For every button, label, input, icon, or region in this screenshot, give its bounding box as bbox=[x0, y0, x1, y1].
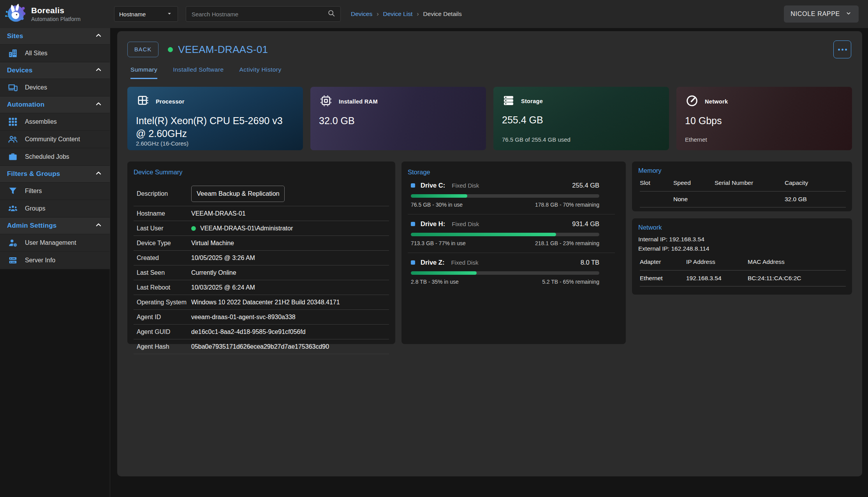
top-bar: Borealis Automation Platform Hostname De… bbox=[0, 0, 868, 28]
drive-bullet-icon bbox=[411, 260, 415, 265]
chevron-up-icon bbox=[94, 31, 103, 41]
app-root: Borealis Automation Platform Hostname De… bbox=[0, 0, 868, 497]
memory-slot bbox=[640, 196, 673, 203]
network-footer: Ethernet bbox=[685, 136, 843, 143]
memory-panel: Memory Slot Speed Serial Number Capacity… bbox=[632, 162, 852, 211]
row-value: veeam-draas-01-agent-svc-8930a338 bbox=[191, 314, 296, 321]
sidebar-item-label: Community Content bbox=[25, 136, 80, 143]
sidebar-item-label: Filters bbox=[25, 188, 42, 195]
sidebar-item-user-management[interactable]: User Management bbox=[0, 234, 110, 252]
table-row: Last Seen Currently Online bbox=[134, 265, 389, 280]
back-button[interactable]: BACK bbox=[127, 42, 158, 57]
internal-ip: Internal IP: 192.168.3.54 bbox=[638, 235, 846, 244]
drive-usage-bar bbox=[411, 194, 599, 198]
sidebar-item-assemblies[interactable]: Assemblies bbox=[0, 113, 110, 131]
column-header: Adapter bbox=[640, 258, 686, 265]
drive-row: Drive H: Fixed Disk 931.4 GB 713.3 GB - … bbox=[408, 214, 615, 253]
sidebar-section-filters-groups[interactable]: Filters & Groups bbox=[0, 166, 110, 183]
tab-summary[interactable]: Summary bbox=[130, 66, 157, 79]
brand-subtitle: Automation Platform bbox=[31, 16, 81, 22]
cpu-chip-icon bbox=[136, 94, 150, 109]
sidebar-section-automation[interactable]: Automation bbox=[0, 97, 110, 113]
sidebar-item-label: Scheduled Jobs bbox=[25, 153, 69, 160]
tab-activity-history[interactable]: Activity History bbox=[239, 66, 282, 79]
device-title: VEEAM-DRAAS-01 bbox=[178, 44, 268, 56]
row-label: Description bbox=[137, 190, 191, 197]
sidebar-item-label: Devices bbox=[25, 84, 47, 91]
table-row: Device Type Virtual Machine bbox=[134, 236, 389, 251]
row-label: Agent GUID bbox=[137, 328, 191, 335]
sidebar-section-sites[interactable]: Sites bbox=[0, 28, 110, 45]
search-icon[interactable] bbox=[327, 9, 336, 19]
card-label: Processor bbox=[156, 98, 185, 105]
row-label: Agent Hash bbox=[137, 343, 191, 350]
tab-installed-software[interactable]: Installed Software bbox=[173, 66, 224, 79]
device-details-panel: BACK VEEAM-DRAAS-01 Summary Installed So… bbox=[117, 31, 862, 476]
device-header: BACK VEEAM-DRAAS-01 bbox=[127, 40, 852, 58]
column-header: Serial Number bbox=[715, 179, 785, 186]
column-header: IP Address bbox=[686, 258, 748, 265]
online-status-dot bbox=[191, 226, 196, 231]
sidebar-item-community-content[interactable]: Community Content bbox=[0, 131, 110, 148]
drive-usage-fill bbox=[411, 194, 467, 198]
storage-panel: Storage Drive C: Fixed Disk 255.4 GB 76.… bbox=[401, 162, 626, 344]
table-row: Agent ID veeam-draas-01-agent-svc-8930a3… bbox=[134, 310, 389, 325]
online-status-dot bbox=[168, 47, 173, 52]
row-label: Operating System bbox=[137, 299, 191, 306]
row-value: 10/03/2025 @ 6:24 AM bbox=[191, 284, 255, 291]
row-value: de16c0c1-8aa2-4d18-9585-9ce91cf056fd bbox=[191, 328, 306, 335]
sidebar-item-all-sites[interactable]: All Sites bbox=[0, 45, 110, 62]
drive-usage-fill bbox=[411, 233, 556, 236]
filter-funnel-icon bbox=[8, 186, 18, 196]
drive-type: Fixed Disk bbox=[452, 221, 479, 227]
breadcrumb: Devices › Device List › Device Details bbox=[351, 11, 462, 18]
row-label: Hostname bbox=[137, 210, 191, 217]
sidebar-item-label: Groups bbox=[25, 205, 45, 212]
row-label: Last Seen bbox=[137, 269, 191, 276]
sidebar-item-devices[interactable]: Devices bbox=[0, 79, 110, 97]
column-header: Slot bbox=[640, 179, 673, 186]
brand-name: Borealis bbox=[31, 6, 81, 15]
sidebar-section-devices[interactable]: Devices bbox=[0, 62, 110, 79]
ram-value: 32.0 GB bbox=[319, 114, 477, 127]
sidebar-item-scheduled-jobs[interactable]: Scheduled Jobs bbox=[0, 148, 110, 166]
drive-used-text: 2.8 TB - 35% in use bbox=[411, 279, 459, 285]
sidebar-item-label: Assemblies bbox=[25, 118, 57, 125]
sidebar-item-filters[interactable]: Filters bbox=[0, 183, 110, 200]
search-field-dropdown[interactable]: Hostname bbox=[114, 6, 178, 22]
breadcrumb-device-list[interactable]: Device List bbox=[383, 11, 412, 18]
search-field-dropdown-value: Hostname bbox=[119, 11, 146, 18]
device-summary-panel: Device Summary Description Hostname VEEA… bbox=[127, 162, 395, 344]
user-gear-icon bbox=[8, 238, 18, 248]
chevron-down-icon bbox=[845, 10, 852, 18]
memory-serial bbox=[715, 196, 785, 203]
rabbit-gear-logo bbox=[4, 2, 26, 26]
brand-text: Borealis Automation Platform bbox=[31, 6, 81, 22]
sidebar-item-server-info[interactable]: Server Info bbox=[0, 252, 110, 269]
sidebar-item-label: Server Info bbox=[25, 257, 55, 264]
breadcrumb-separator: › bbox=[417, 11, 419, 18]
processor-footer: 2.60GHz (16-Cores) bbox=[136, 140, 294, 147]
network-table: Adapter IP Address MAC Address Ethernet … bbox=[638, 258, 846, 286]
drive-type: Fixed Disk bbox=[452, 182, 479, 189]
user-menu-button[interactable]: NICOLE RAPPE bbox=[784, 5, 859, 23]
table-row: Last User VEEAM-DRAAS-01\Administrator bbox=[134, 221, 389, 236]
search-input[interactable] bbox=[191, 11, 327, 18]
sidebar-section-label: Sites bbox=[7, 32, 23, 40]
processor-value: Intel(R) Xeon(R) CPU E5-2690 v3 @ 2.60GH… bbox=[136, 114, 294, 140]
device-tabs: Summary Installed Software Activity Hist… bbox=[127, 66, 852, 79]
processor-card: Processor Intel(R) Xeon(R) CPU E5-2690 v… bbox=[127, 87, 303, 150]
drive-name: Drive H: bbox=[421, 220, 445, 228]
installed-ram-card: Installed RAM 32.0 GB bbox=[310, 87, 486, 150]
drive-bullet-icon bbox=[411, 222, 415, 226]
breadcrumb-devices[interactable]: Devices bbox=[351, 11, 372, 18]
row-value: Currently Online bbox=[191, 269, 236, 276]
drive-size: 8.0 TB bbox=[581, 259, 599, 266]
more-actions-button[interactable] bbox=[833, 40, 851, 58]
adapter-name: Ethernet bbox=[640, 275, 686, 282]
sidebar-item-groups[interactable]: Groups bbox=[0, 200, 110, 218]
stat-cards: Processor Intel(R) Xeon(R) CPU E5-2690 v… bbox=[127, 87, 852, 150]
drive-used-text: 713.3 GB - 77% in use bbox=[411, 240, 466, 246]
description-input[interactable] bbox=[191, 186, 285, 202]
sidebar-section-admin-settings[interactable]: Admin Settings bbox=[0, 218, 110, 234]
